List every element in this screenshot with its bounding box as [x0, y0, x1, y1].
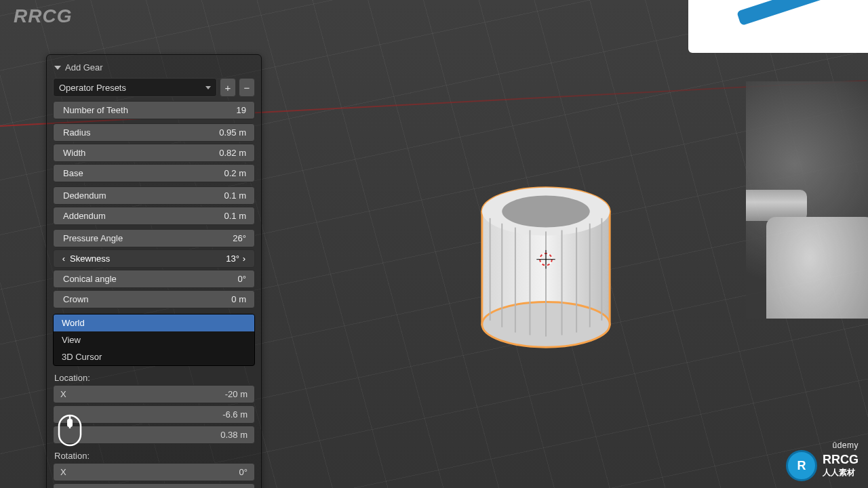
- field-dedendum[interactable]: Dedendum 0.1 m: [53, 186, 255, 205]
- field-crown[interactable]: Crown 0 m: [53, 290, 255, 308]
- field-base[interactable]: Base 0.2 m: [53, 164, 255, 182]
- field-addendum[interactable]: Addendum 0.1 m: [53, 207, 255, 225]
- align-option-view[interactable]: View: [54, 331, 254, 348]
- logo-badge-icon: R: [786, 450, 817, 481]
- align-option-3d-cursor[interactable]: 3D Cursor: [54, 348, 254, 365]
- field-number-of-teeth[interactable]: Number of Teeth 19: [53, 101, 255, 119]
- location-z[interactable]: 0.38 m: [53, 426, 255, 444]
- field-pressure-angle[interactable]: Pressure Angle 26°: [53, 229, 255, 247]
- rotation-y[interactable]: Y 0°: [53, 483, 255, 488]
- preset-label: Operator Presets: [59, 83, 126, 93]
- disclosure-triangle-icon[interactable]: [54, 66, 61, 70]
- field-width[interactable]: Width 0.82 m: [53, 144, 255, 162]
- field-skewness[interactable]: ‹ Skewness 13° ›: [53, 249, 255, 268]
- preset-add-button[interactable]: +: [220, 78, 236, 97]
- gear-mesh-selected[interactable]: [478, 180, 614, 352]
- watermark-top-left: RRCG: [14, 5, 72, 27]
- panel-title: Add Gear: [65, 62, 103, 73]
- location-label: Location:: [54, 373, 255, 383]
- svg-rect-20: [67, 419, 73, 427]
- watermark-udemy: ûdemy: [832, 441, 859, 450]
- operator-presets-dropdown[interactable]: Operator Presets: [53, 78, 217, 97]
- field-radius[interactable]: Radius 0.95 m: [53, 123, 255, 142]
- preset-remove-button[interactable]: −: [239, 78, 255, 97]
- svg-point-4: [502, 196, 589, 228]
- decrement-icon[interactable]: ‹: [60, 253, 67, 264]
- location-y[interactable]: -6.6 m: [53, 405, 255, 424]
- chevron-down-icon: [205, 86, 211, 89]
- align-enum[interactable]: World View 3D Cursor: [53, 314, 255, 366]
- panel-header[interactable]: Add Gear: [53, 61, 255, 78]
- reference-image-side: [746, 81, 868, 319]
- field-conical-angle[interactable]: Conical angle 0°: [53, 270, 255, 288]
- rotation-x[interactable]: X 0°: [53, 463, 255, 481]
- increment-icon[interactable]: ›: [241, 253, 248, 264]
- reference-image-top: [688, 0, 868, 53]
- location-x[interactable]: X -20 m: [53, 385, 255, 403]
- rotation-label: Rotation:: [54, 451, 255, 461]
- align-option-world[interactable]: World: [54, 314, 254, 331]
- mouse-hint-icon: [57, 413, 83, 447]
- watermark-logo: R RRCG 人人素材: [786, 450, 859, 481]
